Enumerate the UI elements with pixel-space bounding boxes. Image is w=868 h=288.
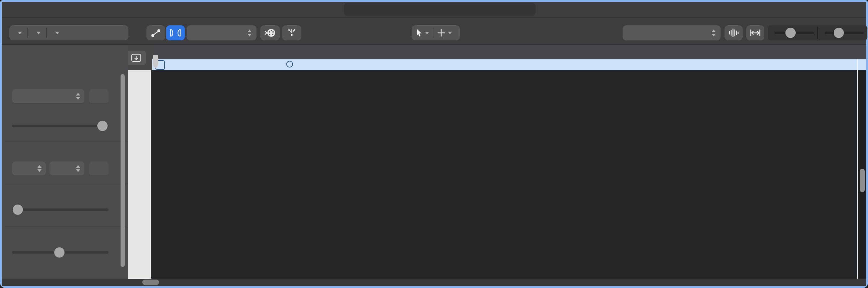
chevron-down-icon — [55, 32, 59, 34]
tool-group — [412, 25, 460, 40]
flex-button[interactable] — [166, 25, 185, 40]
pointer-icon — [415, 28, 423, 37]
editor-toolbar — [2, 18, 866, 44]
fit-horizontal-button[interactable] — [746, 25, 764, 40]
vertical-scrollbar-thumb[interactable] — [860, 169, 865, 192]
updown-chevrons-icon — [37, 165, 41, 172]
strength-slider-thumb[interactable] — [97, 121, 107, 131]
scale-type-dropdown[interactable] — [50, 161, 84, 175]
gain-slider[interactable] — [12, 251, 108, 254]
region-loop-icon — [286, 61, 293, 67]
region-boundary-line — [857, 59, 858, 284]
updown-chevrons-icon — [76, 165, 80, 172]
flex-mode-dropdown[interactable] — [187, 25, 256, 40]
updown-chevrons-icon — [76, 93, 80, 100]
gain-slider-thumb[interactable] — [54, 247, 64, 258]
audio-track-editor-window — [0, 0, 868, 288]
divider — [5, 184, 126, 184]
chevron-down-icon — [425, 32, 429, 34]
divider — [5, 227, 126, 227]
snap-dropdown[interactable] — [623, 25, 721, 40]
hide-local-inspector-button[interactable] — [127, 51, 146, 65]
chevron-down-icon — [36, 32, 41, 34]
midi-out-button[interactable] — [260, 25, 280, 40]
vertical-zoom-slider[interactable] — [768, 25, 817, 40]
functions-menu[interactable] — [28, 25, 46, 40]
chevron-down-icon — [448, 32, 452, 34]
split-notes-icon — [287, 28, 297, 38]
flex-pitch-inspector — [2, 44, 128, 286]
editor-tab-bar — [2, 2, 866, 18]
pitch-correction-slider[interactable] — [12, 209, 108, 211]
edit-menu[interactable] — [9, 25, 27, 40]
bottom-scroll-strip — [2, 279, 866, 286]
waveform-zoom-button[interactable] — [724, 25, 743, 40]
updown-chevrons-icon — [247, 30, 252, 36]
time-quantize-dropdown[interactable] — [12, 89, 84, 103]
vertical-zoom-track[interactable] — [775, 32, 814, 34]
vertical-zoom-thumb[interactable] — [785, 28, 796, 38]
menu-group — [9, 25, 128, 40]
horizontal-zoom-track[interactable] — [825, 32, 864, 34]
horizontal-scrollbar-thumb[interactable] — [142, 280, 159, 285]
midi-out-icon — [264, 28, 276, 38]
hide-editor-icon — [131, 54, 141, 62]
strength-slider[interactable] — [12, 125, 108, 127]
automation-curve-icon — [151, 28, 161, 37]
scale-root-dropdown[interactable] — [12, 161, 46, 175]
automation-curve-button[interactable] — [147, 25, 165, 40]
pitch-grid[interactable] — [151, 70, 866, 279]
scale-quantize-q-button[interactable] — [89, 161, 108, 175]
inspector-scrollbar[interactable] — [121, 74, 125, 267]
waveform-zoom-icon — [728, 28, 739, 38]
flex-icon — [170, 29, 181, 37]
chevron-down-icon — [18, 32, 22, 34]
region-header-strip[interactable] — [152, 59, 866, 70]
crosshair-tool-menu[interactable] — [433, 25, 456, 40]
editor-tabs-segmented-control — [344, 3, 535, 16]
bar-ruler[interactable] — [152, 44, 866, 59]
horizontal-zoom-slider[interactable] — [818, 25, 867, 40]
split-notes-button[interactable] — [282, 25, 301, 40]
zoom-slider-group — [768, 25, 867, 40]
pitch-correction-slider-thumb[interactable] — [13, 204, 23, 215]
fit-horizontal-icon — [750, 29, 761, 37]
crosshair-icon — [437, 29, 445, 37]
view-menu[interactable] — [47, 25, 65, 40]
playhead-marker[interactable] — [152, 54, 161, 70]
updown-chevrons-icon — [712, 30, 716, 36]
divider — [5, 141, 126, 142]
horizontal-zoom-thumb[interactable] — [834, 28, 844, 38]
pointer-tool-menu[interactable] — [412, 25, 433, 40]
piano-keyboard[interactable] — [128, 70, 151, 279]
time-quantize-q-button[interactable] — [89, 89, 108, 103]
